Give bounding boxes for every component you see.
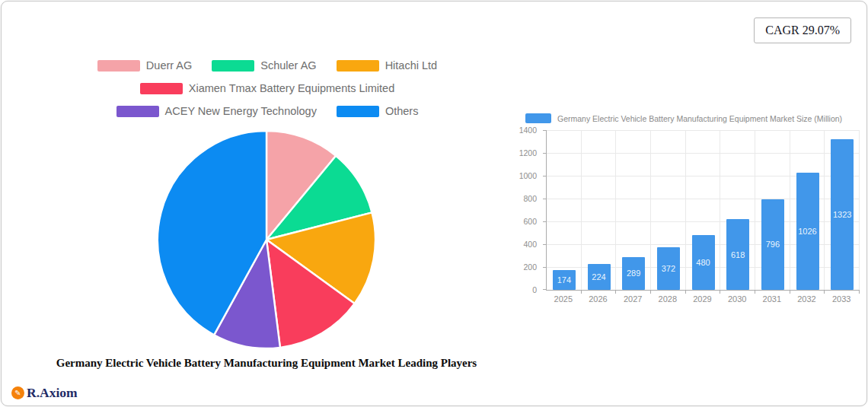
y-tick (543, 267, 547, 268)
y-tick (543, 199, 547, 199)
v-gridline (650, 130, 651, 290)
bar-2033[interactable]: 1323 (831, 139, 854, 290)
y-tick-label: 1200 (519, 148, 537, 157)
legend-item-0[interactable]: Duerr AG (97, 59, 192, 72)
x-tick (790, 290, 790, 294)
x-tick-label: 2028 (650, 294, 685, 304)
y-tick-label: 800 (523, 194, 537, 203)
legend-label: Duerr AG (146, 59, 192, 72)
v-gridline (581, 130, 582, 290)
v-gridline (685, 130, 686, 290)
bar-value-label: 174 (557, 275, 571, 285)
bar-2031[interactable]: 796 (761, 199, 784, 290)
y-tick (543, 153, 547, 154)
legend-row: ACEY New Energy TechnologyOthers (80, 105, 455, 117)
y-tick-label: 1400 (519, 126, 537, 135)
legend-swatch (116, 106, 159, 117)
legend-swatch (337, 60, 379, 72)
legend-swatch (212, 60, 254, 72)
y-tick-label: 0 (532, 285, 537, 294)
x-tick (824, 290, 825, 294)
legend-label: ACEY New Energy Technology (165, 105, 317, 117)
x-tick (615, 290, 616, 294)
bar-value-label: 618 (731, 250, 745, 259)
bar-2025[interactable]: 174 (553, 270, 576, 290)
bar-value-label: 1323 (833, 210, 851, 219)
v-gridline (824, 130, 825, 290)
h-gridline (547, 130, 860, 131)
bar-x-axis-labels: 202520262027202820292030203120322033 (546, 294, 859, 305)
bar-2030[interactable]: 618 (726, 219, 749, 290)
y-tick-label: 200 (523, 262, 537, 272)
bar-value-label: 796 (766, 240, 780, 249)
bar-value-label: 224 (592, 272, 605, 281)
legend-swatch (337, 106, 379, 117)
legend-item-1[interactable]: Schuler AG (212, 59, 316, 72)
v-gridline (790, 130, 790, 290)
x-tick-label: 2033 (824, 294, 859, 304)
x-tick-label: 2026 (581, 294, 616, 304)
x-tick (685, 290, 686, 294)
legend-label: Xiamen Tmax Battery Equipments Limited (189, 82, 395, 94)
y-tick (543, 176, 547, 176)
v-gridline (859, 130, 860, 290)
bar-2029[interactable]: 480 (692, 235, 715, 290)
bar-value-label: 480 (696, 258, 710, 267)
pie-legend: Duerr AGSchuler AGHitachi LtdXiamen Tmax… (80, 59, 455, 117)
x-tick (859, 290, 860, 294)
x-tick (650, 290, 651, 294)
legend-label: Schuler AG (260, 59, 316, 72)
bar-value-label: 372 (662, 264, 675, 273)
brand-name: R.Axiom (27, 385, 78, 401)
v-gridline (615, 130, 616, 290)
bar-2027[interactable]: 289 (622, 257, 645, 290)
x-tick (581, 290, 582, 294)
bar-chart-title: Germany Electric Vehicle Battery Manufac… (557, 114, 842, 123)
x-tick-label: 2031 (755, 294, 790, 304)
x-tick-label: 2030 (720, 294, 755, 304)
brand-logo: ✎ R.Axiom (11, 385, 78, 401)
x-tick-label: 2025 (546, 294, 581, 304)
bar-value-label: 1026 (798, 227, 816, 236)
bar-2028[interactable]: 372 (657, 247, 680, 290)
legend-swatch (140, 83, 183, 94)
pie-chart-title: Germany Electric Vehicle Battery Manufac… (46, 357, 487, 370)
cagr-badge: CAGR 29.07% (754, 17, 851, 43)
bar-2032[interactable]: 1026 (796, 173, 819, 290)
legend-label: Others (385, 105, 419, 117)
report-card: CAGR 29.07% Duerr AGSchuler AGHitachi Lt… (1, 1, 867, 406)
legend-row: Duerr AGSchuler AGHitachi Ltd (80, 59, 455, 72)
bar-2026[interactable]: 224 (588, 264, 611, 290)
h-gridline (547, 153, 860, 154)
y-tick (543, 221, 547, 222)
bar-value-label: 289 (627, 269, 640, 278)
y-tick (543, 244, 547, 245)
legend-item-4[interactable]: ACEY New Energy Technology (116, 105, 317, 117)
pie-chart (155, 129, 378, 351)
legend-item-5[interactable]: Others (337, 105, 419, 117)
bar-legend-swatch (525, 113, 551, 123)
legend-row: Xiamen Tmax Battery Equipments Limited (80, 82, 455, 94)
pencil-icon: ✎ (11, 386, 24, 399)
y-tick (543, 130, 547, 131)
v-gridline (720, 130, 720, 290)
x-tick (720, 290, 720, 294)
x-tick (755, 290, 755, 294)
legend-item-3[interactable]: Xiamen Tmax Battery Equipments Limited (140, 82, 395, 94)
x-tick-label: 2029 (685, 294, 720, 304)
y-tick-label: 600 (523, 217, 537, 226)
bar-plot-area: 17422428937248061879610261323 (546, 130, 860, 291)
y-tick-label: 1000 (519, 171, 537, 180)
x-tick-label: 2027 (615, 294, 650, 304)
legend-swatch (97, 60, 140, 72)
y-tick-label: 400 (523, 240, 537, 249)
legend-item-2[interactable]: Hitachi Ltd (337, 59, 438, 72)
x-tick-label: 2032 (790, 294, 825, 304)
v-gridline (755, 130, 755, 290)
bar-y-axis-labels: 0200400600800100012001400 (498, 130, 541, 290)
y-tick (543, 289, 547, 290)
legend-label: Hitachi Ltd (385, 59, 438, 72)
bar-chart-legend[interactable]: Germany Electric Vehicle Battery Manufac… (525, 113, 842, 123)
